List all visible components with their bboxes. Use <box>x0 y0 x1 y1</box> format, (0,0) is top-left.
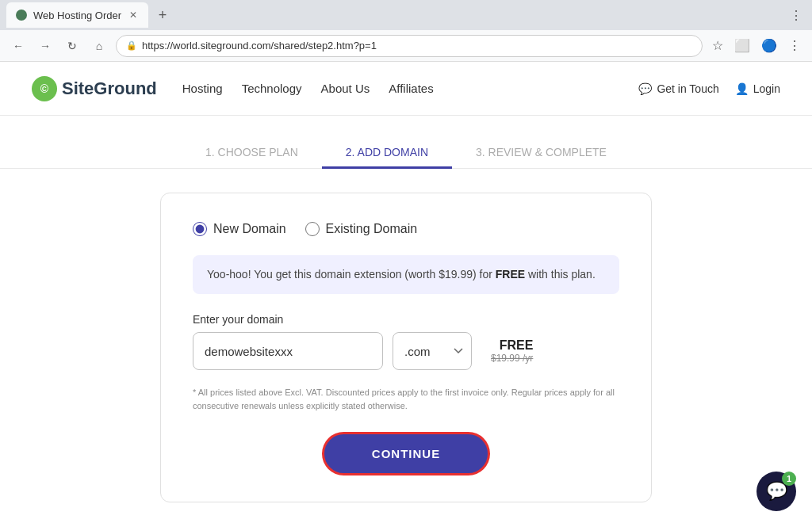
address-bar[interactable]: 🔒 https://world.siteground.com/shared/st… <box>116 35 703 57</box>
tab-label: Web Hosting Order <box>33 10 121 21</box>
domain-card: New Domain Existing Domain Yoo-hoo! You … <box>160 193 652 502</box>
site-navigation: © SiteGround Hosting Technology About Us… <box>0 62 812 116</box>
price-original-label: $19.99 /yr <box>491 353 533 364</box>
new-domain-radio[interactable] <box>193 222 207 236</box>
extension-select-wrapper: .com .net .org .info <box>393 332 472 370</box>
nav-technology[interactable]: Technology <box>242 82 302 95</box>
new-domain-label: New Domain <box>213 222 286 236</box>
continue-button[interactable]: CONTINUE <box>324 434 488 473</box>
ssl-icon: 🔒 <box>126 40 137 51</box>
tab-close-button[interactable]: ✕ <box>128 10 139 21</box>
bookmark-button[interactable]: ☆ <box>709 35 726 56</box>
window-more-button[interactable]: ⋮ <box>787 5 806 26</box>
info-text: Yoo-hoo! You get this domain extension (… <box>207 268 492 281</box>
url-text: https://world.siteground.com/shared/step… <box>142 40 377 52</box>
logo-text: SiteGround <box>62 78 157 99</box>
profile-button[interactable]: 🔵 <box>758 35 780 56</box>
nav-about[interactable]: About Us <box>321 82 370 95</box>
site-logo[interactable]: © SiteGround <box>32 76 157 101</box>
price-free-label: FREE <box>491 338 533 353</box>
nav-hosting[interactable]: Hosting <box>182 82 223 95</box>
info-bold: FREE <box>496 268 525 281</box>
login-icon: 👤 <box>735 82 749 95</box>
nav-affiliates[interactable]: Affiliates <box>389 82 433 95</box>
promo-info-box: Yoo-hoo! You get this domain extension (… <box>193 255 619 294</box>
login-label: Login <box>753 82 780 95</box>
screenshot-button[interactable]: ⬜ <box>731 35 753 56</box>
existing-domain-label: Existing Domain <box>326 222 418 236</box>
chat-widget[interactable]: 💬 1 <box>756 472 796 511</box>
contact-icon: 💬 <box>638 82 652 95</box>
nav-right-links: 💬 Get in Touch 👤 Login <box>638 82 780 95</box>
price-disclaimer: * All prices listed above Excl. VAT. Dis… <box>193 386 619 412</box>
back-button[interactable]: ← <box>8 36 29 56</box>
step-add-domain[interactable]: 2. ADD DOMAIN <box>322 138 452 169</box>
new-tab-button[interactable]: + <box>151 4 174 26</box>
domain-extension-select[interactable]: .com .net .org .info <box>393 332 472 370</box>
continue-btn-wrapper: CONTINUE <box>193 434 619 473</box>
extensions-button[interactable]: ⋮ <box>785 35 804 56</box>
domain-price: FREE $19.99 /yr <box>491 338 533 364</box>
domain-text-input[interactable] <box>193 332 383 370</box>
get-in-touch-link[interactable]: 💬 Get in Touch <box>638 82 718 95</box>
forward-button[interactable]: → <box>35 36 56 56</box>
step-review-complete[interactable]: 3. REVIEW & COMPLETE <box>452 138 630 169</box>
existing-domain-option[interactable]: Existing Domain <box>305 222 418 236</box>
active-tab[interactable]: Web Hosting Order ✕ <box>6 2 148 28</box>
login-link[interactable]: 👤 Login <box>735 82 780 95</box>
domain-input-row: .com .net .org .info FREE $19.99 /yr <box>193 332 619 370</box>
step-choose-plan[interactable]: 1. CHOOSE PLAN <box>182 138 322 169</box>
existing-domain-radio[interactable] <box>305 222 320 236</box>
info-suffix: with this plan. <box>528 268 596 281</box>
new-domain-option[interactable]: New Domain <box>193 222 286 236</box>
home-button[interactable]: ⌂ <box>89 36 109 56</box>
domain-type-options: New Domain Existing Domain <box>193 222 619 236</box>
chat-badge: 1 <box>782 472 796 486</box>
nav-links: Hosting Technology About Us Affiliates <box>182 82 434 96</box>
steps-progress: 1. CHOOSE PLAN 2. ADD DOMAIN 3. REVIEW &… <box>0 116 812 169</box>
reload-button[interactable]: ↻ <box>62 36 82 56</box>
domain-input-label: Enter your domain <box>193 313 619 326</box>
logo-icon: © <box>32 76 57 101</box>
get-in-touch-label: Get in Touch <box>657 82 718 95</box>
tab-favicon <box>16 10 27 21</box>
